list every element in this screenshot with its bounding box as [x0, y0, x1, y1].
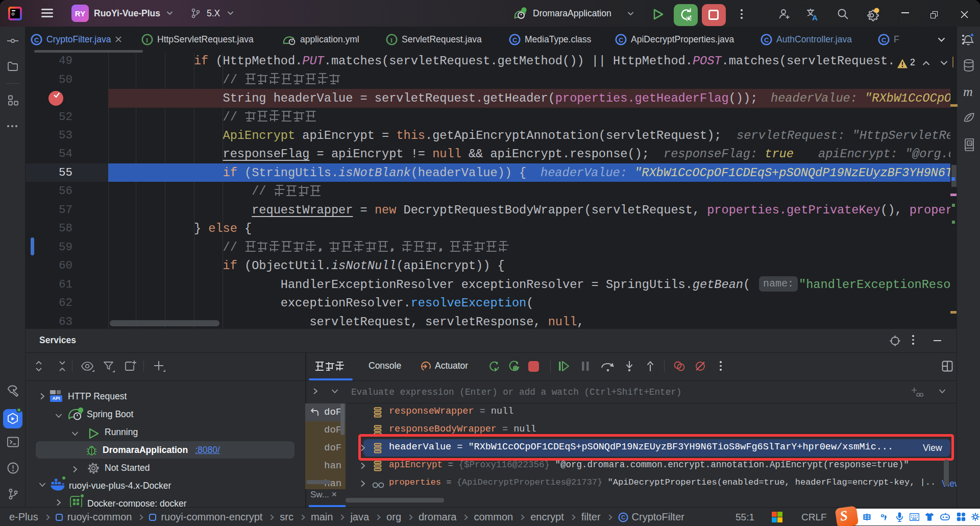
- svg-text:C: C: [34, 36, 39, 43]
- svg-text:C: C: [764, 36, 769, 43]
- svg-text:C: C: [621, 514, 625, 520]
- svg-text:C: C: [619, 36, 624, 43]
- svg-text:A: A: [968, 141, 971, 146]
- svg-text:I: I: [390, 36, 393, 43]
- svg-text:C: C: [512, 36, 518, 43]
- svg-text:I: I: [146, 36, 149, 43]
- svg-text:C: C: [881, 36, 887, 43]
- svg-text:A: A: [812, 13, 818, 21]
